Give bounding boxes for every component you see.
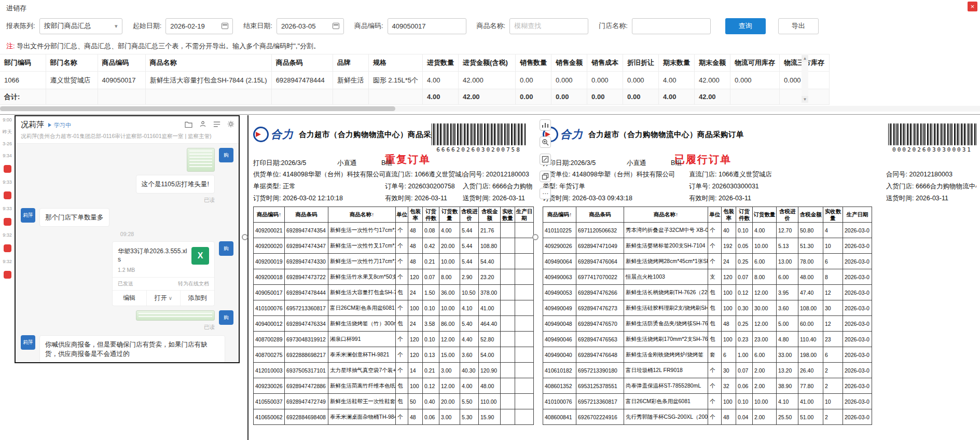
start-date-label: 起始日期: xyxy=(133,21,162,31)
order-info-field: 订单号: 2026030300031 xyxy=(689,182,886,191)
file-edit-button[interactable]: 编辑 xyxy=(113,291,146,306)
zoom-in-icon[interactable] xyxy=(540,136,551,148)
resize-handle-right[interactable] xyxy=(532,234,539,240)
table-row: 4092000206928947474347新鲜生活一次性竹叉17cm*12把S… xyxy=(254,238,534,254)
table-cell: 0.00 xyxy=(551,89,587,105)
table-header-row: 商品编码↑商品条码商品名称↑单位包装率订货件数订货数量含税进价含税金额实收数量生… xyxy=(254,207,534,223)
column-header: 商品条码 xyxy=(271,54,333,72)
table-cell xyxy=(46,89,98,105)
table-row: 4087002896973048319912湘泉口杯991个1200.1012.… xyxy=(254,332,534,347)
more-icon[interactable]: ⋯ xyxy=(540,188,551,199)
store-name-label: 门店名称: xyxy=(599,21,628,31)
message-bubble[interactable]: 那个门店下单数量多 xyxy=(39,208,109,227)
unread-badge-icon[interactable] xyxy=(4,271,11,279)
scroll-up-icon[interactable]: ▲ xyxy=(802,55,808,62)
image-message[interactable] xyxy=(187,148,215,172)
table-row: 4092900266928947471049新鲜生活婴猪标签200支SH-710… xyxy=(543,238,872,254)
unread-badge-icon[interactable] xyxy=(4,191,11,199)
column-header: 商品名称 xyxy=(145,54,271,72)
message-outgoing: 已读 购 xyxy=(21,310,233,331)
report-type-value: 按部门商品汇总 xyxy=(44,21,91,31)
table-cell xyxy=(98,89,145,105)
chart-icon[interactable] xyxy=(540,119,551,131)
conversation-time: 9:33 xyxy=(3,180,12,185)
copy-icon[interactable] xyxy=(540,171,551,182)
order-info-field: 订货时间: 2026-03-02 12:10:18 xyxy=(253,194,385,203)
file-card[interactable]: 华塑33订单2026.3.555.xls X 1.2 MB 已发送 转为在线文档… xyxy=(112,241,215,306)
file-status: 已发送 xyxy=(118,280,133,287)
product-name-input[interactable]: 模糊查找 xyxy=(509,18,588,34)
report-type-label: 报表陈列: xyxy=(6,21,35,31)
excel-file-icon: X xyxy=(191,247,209,265)
order-info-field: 送货时间: 2026-03-11 xyxy=(886,194,976,203)
chat-message-area: 这个是1105店打堆头量! 已读 购 莉萍 那个门店下单数量多 09:28 华塑… xyxy=(16,144,239,362)
end-date-input[interactable]: 2026-03-05 xyxy=(277,18,344,34)
unread-badge-icon[interactable] xyxy=(4,218,11,226)
group: B组 xyxy=(671,159,714,168)
edit-icon[interactable] xyxy=(540,154,551,165)
table-cell: 42.00 xyxy=(695,89,730,105)
table-row: 4094900646928947476064新鲜生活烧烤网28cm*45cm*1… xyxy=(543,254,872,269)
table-vertical-scrollbar[interactable]: ▲ ▼ xyxy=(802,55,808,103)
message-bubble[interactable]: 你喊供应商报备，但是要确保门店有货卖，如果门店有缺货，供应商报备是不会通过的 xyxy=(39,335,225,362)
close-button[interactable]: × xyxy=(968,2,977,11)
file-convert-link[interactable]: 转为在线文档 xyxy=(178,280,209,287)
avatar[interactable]: 莉萍 xyxy=(21,208,35,223)
product-name-label: 商品名称: xyxy=(477,21,506,31)
chat-toolbar xyxy=(185,120,234,128)
table-cell: 合计: xyxy=(0,89,46,105)
table-horizontal-scrollbar[interactable] xyxy=(0,106,980,112)
folder-icon[interactable] xyxy=(185,121,192,128)
column-header: 商品编码↑ xyxy=(543,207,576,223)
message-bubble[interactable]: 这个是1105店打堆头量! xyxy=(136,175,215,194)
export-button[interactable]: 导出 xyxy=(778,18,819,34)
column-header: 部门名称 xyxy=(46,54,98,72)
column-header: 生产日期 xyxy=(515,207,534,223)
gear-icon[interactable] xyxy=(227,120,234,128)
conversation-time: 3-26 xyxy=(3,141,12,146)
start-date-input[interactable]: 2026-02-19 xyxy=(165,18,233,34)
column-header: 订货件数 xyxy=(423,207,439,223)
order-items-table: 商品编码↑商品条码商品名称↑单位包装率订货件数订货数量含税进价含税金额实收数量生… xyxy=(253,207,534,425)
avatar[interactable]: 购 xyxy=(219,241,233,256)
table-row: 4106500626922884698408泰禾米澜桌面杂物桶TH-9840个4… xyxy=(254,409,534,425)
column-header: 商品条码 xyxy=(285,207,328,223)
report-type-select[interactable]: 按部门商品汇总 ▾ xyxy=(39,18,122,34)
avatar[interactable]: 购 xyxy=(219,310,233,325)
resize-handle-left[interactable] xyxy=(242,234,248,240)
print-date: 打印日期:2026/3/5 xyxy=(253,159,337,168)
scrollbar-thumb[interactable] xyxy=(0,106,395,111)
avatar[interactable]: 购 xyxy=(219,148,233,162)
table-row: 4101000766957213360817富日26CM彩色条用盆6081个10… xyxy=(254,300,534,316)
brand-text: 合力 xyxy=(560,127,583,142)
table-row: 4092000196928947474330新鲜生活一次性竹刀17cm*12把S… xyxy=(254,254,534,269)
unread-badge-icon[interactable] xyxy=(4,244,11,252)
avatar[interactable]: 莉萍 xyxy=(21,335,35,350)
image-message[interactable] xyxy=(136,310,215,321)
column-header: 含税进价 xyxy=(460,207,479,223)
file-open-button[interactable]: 打开∨ xyxy=(146,291,181,306)
message-outgoing-file: 华塑33订单2026.3.555.xls X 1.2 MB 已发送 转为在线文档… xyxy=(21,241,233,306)
table-row: 4105500376928947472749新鲜生活鞋帮王一次性鞋套80只装包5… xyxy=(254,394,534,409)
contact-icon[interactable] xyxy=(199,120,206,128)
order-info-field: 入货门店: 6666合力购物物流中心 xyxy=(463,182,532,191)
store-name-input[interactable] xyxy=(632,18,711,34)
column-header: 销售成本 xyxy=(587,54,623,72)
table-row: 1066遵义世贸城店409050017新鲜生活大容量打包盒SH-7844 (2.… xyxy=(0,72,830,89)
scroll-down-icon[interactable]: ▼ xyxy=(802,96,808,103)
column-header: 单位 xyxy=(708,207,722,223)
conversation-time: 9:00 xyxy=(3,117,12,122)
file-addto-button[interactable]: 添加到 xyxy=(180,291,214,306)
unread-badge-icon[interactable] xyxy=(4,165,11,173)
product-code-input[interactable]: 409050017 xyxy=(388,18,466,34)
message-outgoing: 这个是1105店打堆头量! 已读 购 xyxy=(21,148,233,204)
query-button[interactable]: 查询 xyxy=(725,18,766,34)
table-cell xyxy=(368,89,422,105)
barcode-number: 66662026030200758 xyxy=(432,146,526,153)
column-header: 商品编码 xyxy=(98,54,145,72)
image-viewer-toolbar: ⋯ xyxy=(540,119,551,199)
column-header: 商品编码↑ xyxy=(254,207,285,223)
conversation-time: 昨天 xyxy=(3,129,12,134)
order-info-field: 有效时间: 2026-03-11 xyxy=(689,194,886,203)
split-view-icon[interactable] xyxy=(213,121,220,128)
